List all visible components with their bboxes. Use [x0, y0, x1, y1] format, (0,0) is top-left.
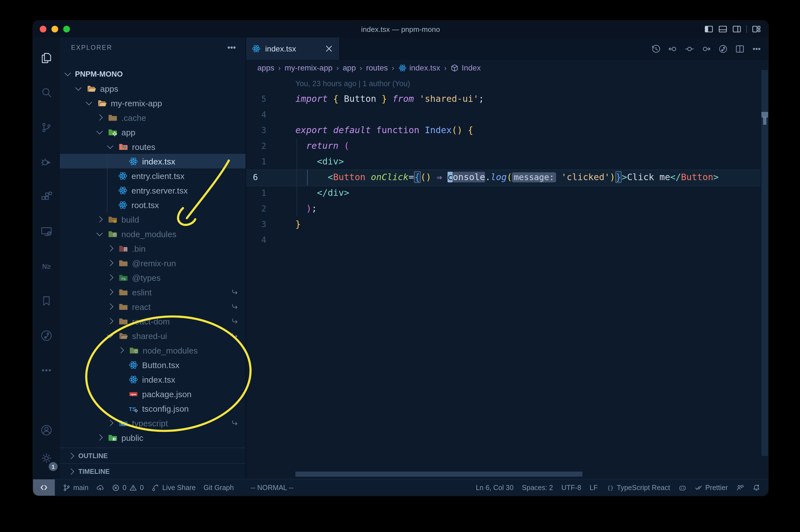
activity-account-icon[interactable]	[33, 416, 60, 444]
chevron-right-icon[interactable]	[107, 274, 114, 281]
breadcrumb-my-remix-app[interactable]: my-remix-app	[284, 63, 332, 72]
tree-item-shared-ui[interactable]: shared-ui	[60, 328, 246, 343]
status-copilot-status[interactable]	[678, 483, 686, 491]
minimize-window-button[interactable]	[52, 26, 58, 33]
current-change-icon[interactable]	[685, 44, 694, 53]
tree-item--cache[interactable]: .cache	[60, 110, 246, 125]
tree-item-node-modules[interactable]: JSnode_modules	[60, 343, 246, 358]
activity-gitlens-icon[interactable]	[33, 318, 60, 353]
tree-item-app[interactable]: app	[60, 125, 246, 139]
chevron-down-icon[interactable]	[96, 128, 103, 135]
tree-item--bin[interactable]: 0110.bin	[60, 241, 246, 255]
chevron-right-icon[interactable]	[107, 245, 114, 252]
tree-item-entry-server-tsx[interactable]: entry.server.tsx	[60, 183, 246, 197]
status-publish-changes[interactable]	[96, 483, 104, 491]
navigate-forward-icon[interactable]	[702, 44, 711, 53]
breadcrumb-index[interactable]: Index	[450, 63, 481, 72]
chevron-down-icon[interactable]	[107, 332, 114, 338]
chevron-right-icon[interactable]	[96, 216, 103, 223]
tree-item-my-remix-app[interactable]: my-remix-app	[60, 96, 246, 110]
split-editor-icon[interactable]	[735, 44, 745, 53]
more-actions-icon[interactable]	[752, 44, 761, 53]
status-branch-status[interactable]: main	[63, 483, 89, 491]
close-window-button[interactable]	[40, 26, 46, 33]
chevron-right-icon[interactable]	[118, 347, 124, 354]
horizontal-scrollbar[interactable]	[296, 472, 583, 477]
chevron-down-icon[interactable]	[107, 142, 114, 149]
activity-source-control-icon[interactable]	[33, 110, 60, 145]
gitlens-graph-icon[interactable]	[718, 44, 728, 53]
chevron-down-icon[interactable]	[96, 230, 103, 236]
status-live-share[interactable]: Live Share	[152, 483, 196, 491]
breadcrumb-app[interactable]: app	[343, 63, 356, 72]
tree-item-button-tsx[interactable]: Button.tsx	[60, 358, 246, 372]
tree-item-tsconfig-json[interactable]: TStsconfig.json	[60, 401, 246, 416]
tab-index-tsx[interactable]: index.tsx	[246, 37, 339, 60]
vertical-scrollbar-thumb[interactable]	[761, 112, 768, 117]
timeline-icon[interactable]	[651, 44, 661, 53]
close-tab-icon[interactable]	[324, 44, 334, 53]
zoom-window-button[interactable]	[63, 26, 70, 33]
breadcrumb-apps[interactable]: apps	[258, 63, 274, 72]
tree-item-typescript[interactable]: TStypescript	[60, 416, 246, 430]
status-indentation[interactable]: Spaces: 2	[522, 483, 553, 491]
tree-item-react[interactable]: react	[60, 299, 246, 314]
tree-item-pnpm-mono[interactable]: PNPM-MONO	[60, 66, 246, 81]
chevron-right-icon[interactable]	[96, 434, 103, 441]
layout-sidebar-right-icon[interactable]	[732, 25, 741, 34]
layout-sidebar-left-icon[interactable]	[704, 25, 713, 34]
tree-item-node-modules[interactable]: JSnode_modules	[60, 227, 246, 241]
vertical-scrollbar[interactable]	[761, 70, 768, 456]
status-eol[interactable]: LF	[590, 483, 598, 491]
tree-item-index-tsx[interactable]: index.tsx	[60, 372, 246, 386]
chevron-right-icon[interactable]	[107, 260, 114, 266]
tree-item-entry-client-tsx[interactable]: entry.client.tsx	[60, 168, 246, 183]
activity-extensions-icon[interactable]	[33, 179, 60, 214]
sidebar-section-outline[interactable]: OUTLINE	[60, 448, 246, 463]
activity-settings-gear-icon[interactable]: 1	[33, 444, 60, 472]
status-notifications[interactable]	[753, 483, 760, 491]
activity-nx-console-icon[interactable]: N≥	[33, 249, 60, 284]
chevron-right-icon[interactable]	[107, 318, 114, 324]
status-language-mode[interactable]: {}TypeScript React	[606, 483, 670, 491]
tree-item-apps[interactable]: apps	[60, 81, 246, 96]
status-git-graph[interactable]: Git Graph	[204, 483, 234, 491]
chevron-down-icon[interactable]	[86, 99, 92, 106]
tree-item--remix-run[interactable]: @remix-run	[60, 255, 246, 270]
activity-remote-explorer-icon[interactable]	[33, 214, 60, 249]
tree-item-index-tsx[interactable]: index.tsx	[60, 154, 246, 168]
chevron-right-icon[interactable]	[96, 114, 103, 121]
remote-indicator[interactable]	[33, 479, 55, 496]
status-encoding[interactable]: UTF-8	[561, 483, 581, 491]
tree-item-build[interactable]: build	[60, 212, 246, 227]
navigate-back-icon[interactable]	[668, 44, 678, 53]
explorer-more-actions-icon[interactable]	[227, 42, 237, 53]
tree-item-react-dom[interactable]: react-dom	[60, 314, 246, 328]
layout-panel-icon[interactable]	[718, 25, 727, 34]
status-problems[interactable]: 00	[112, 483, 144, 491]
activity-explorer-icon[interactable]	[33, 41, 60, 76]
tree-item-eslint[interactable]: eslint	[60, 285, 246, 299]
customize-layout-icon[interactable]	[752, 25, 761, 34]
chevron-right-icon[interactable]	[107, 420, 114, 426]
status-cursor-position[interactable]: Ln 6, Col 30	[476, 483, 514, 491]
chevron-right-icon[interactable]	[107, 303, 114, 310]
activity-bookmarks-icon[interactable]	[33, 284, 60, 318]
tree-item--types[interactable]: TS@types	[60, 270, 246, 285]
sidebar-section-timeline[interactable]: TIMELINE	[60, 463, 246, 479]
status-feedback[interactable]	[736, 483, 744, 491]
chevron-down-icon[interactable]	[64, 70, 71, 76]
tree-item-routes[interactable]: routes	[60, 139, 246, 154]
chevron-down-icon[interactable]	[75, 84, 82, 91]
tree-item-package-json[interactable]: npmpackage.json	[60, 386, 246, 401]
breadcrumb-index-tsx[interactable]: index.tsx	[398, 63, 440, 72]
activity-search-icon[interactable]	[33, 76, 60, 110]
activity-more-views-icon[interactable]	[33, 353, 60, 388]
status-prettier-status[interactable]: Prettier	[694, 483, 728, 491]
vertical-scrollbar-thumb-tail[interactable]	[763, 117, 766, 125]
tree-item-public[interactable]: public	[60, 430, 246, 445]
activity-run-debug-icon[interactable]	[33, 145, 60, 179]
tree-item-root-tsx[interactable]: root.tsx	[60, 197, 246, 212]
chevron-right-icon[interactable]	[107, 289, 114, 296]
code-editor[interactable]: You, 23 hours ago | 1 author (You)5impor…	[246, 76, 768, 479]
